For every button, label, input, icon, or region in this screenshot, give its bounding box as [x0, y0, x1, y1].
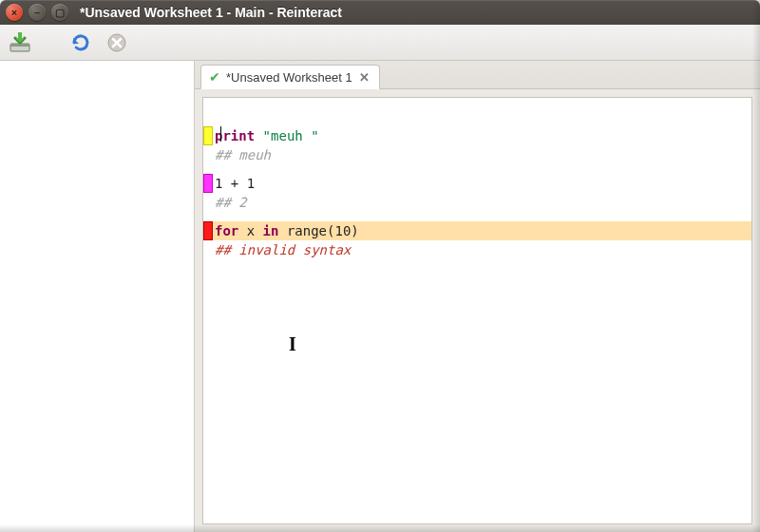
close-glyph: ×: [11, 8, 17, 18]
editor-wrap: print "meuh " ## meuh 1 + 1 ## 2: [195, 89, 760, 532]
status-gutter: [203, 145, 213, 164]
refresh-button[interactable]: [68, 30, 93, 55]
window-close-button[interactable]: ×: [6, 4, 23, 21]
tab-close-button[interactable]: ✕: [358, 70, 371, 84]
code-text: print "meuh ": [213, 126, 751, 145]
toolbar: [0, 25, 760, 61]
code-text: for x in range(10): [213, 221, 751, 240]
titlebar: × – ▢ *Unsaved Worksheet 1 - Main - Rein…: [0, 0, 760, 25]
window-maximize-button[interactable]: ▢: [51, 4, 68, 21]
text-cursor-icon: I: [289, 333, 296, 355]
status-gutter: [203, 240, 213, 259]
output-text: ## 2: [213, 193, 751, 212]
save-button[interactable]: [8, 30, 32, 55]
code-line[interactable]: print "meuh ": [203, 126, 751, 145]
refresh-icon: [70, 32, 91, 53]
check-icon: ✔: [209, 70, 220, 84]
sidebar: [0, 61, 195, 532]
min-glyph: –: [34, 8, 40, 18]
code-block: print "meuh " ## meuh 1 + 1 ## 2: [203, 98, 751, 259]
content: ✔ *Unsaved Worksheet 1 ✕ print "meuh " #…: [195, 61, 760, 532]
status-gutter: [203, 221, 213, 240]
output-line: ## 2: [203, 193, 751, 212]
stop-icon: [106, 32, 127, 53]
main: ✔ *Unsaved Worksheet 1 ✕ print "meuh " #…: [0, 61, 760, 532]
output-text: ## meuh: [213, 145, 751, 164]
status-gutter: [203, 126, 213, 145]
stop-button[interactable]: [104, 30, 129, 55]
window-minimize-button[interactable]: –: [28, 4, 46, 21]
close-icon: ✕: [359, 70, 370, 85]
window-title: *Unsaved Worksheet 1 - Main - Reinteract: [80, 5, 342, 20]
svg-rect-2: [18, 32, 22, 39]
tabstrip: ✔ *Unsaved Worksheet 1 ✕: [195, 61, 760, 89]
save-icon: [8, 32, 32, 53]
status-gutter: [203, 174, 213, 193]
code-line[interactable]: for x in range(10): [203, 221, 751, 240]
code-text: 1 + 1: [213, 174, 751, 193]
output-line: ## meuh: [203, 145, 751, 164]
max-glyph: ▢: [55, 8, 65, 18]
code-line[interactable]: 1 + 1: [203, 174, 751, 193]
tab-label: *Unsaved Worksheet 1: [226, 70, 352, 85]
tab-worksheet-1[interactable]: ✔ *Unsaved Worksheet 1 ✕: [200, 65, 380, 89]
editor-caret: [220, 126, 221, 142]
output-line: ## invalid syntax: [203, 240, 751, 259]
error-text: ## invalid syntax: [213, 240, 751, 259]
status-gutter: [203, 193, 213, 212]
editor[interactable]: print "meuh " ## meuh 1 + 1 ## 2: [202, 97, 752, 524]
